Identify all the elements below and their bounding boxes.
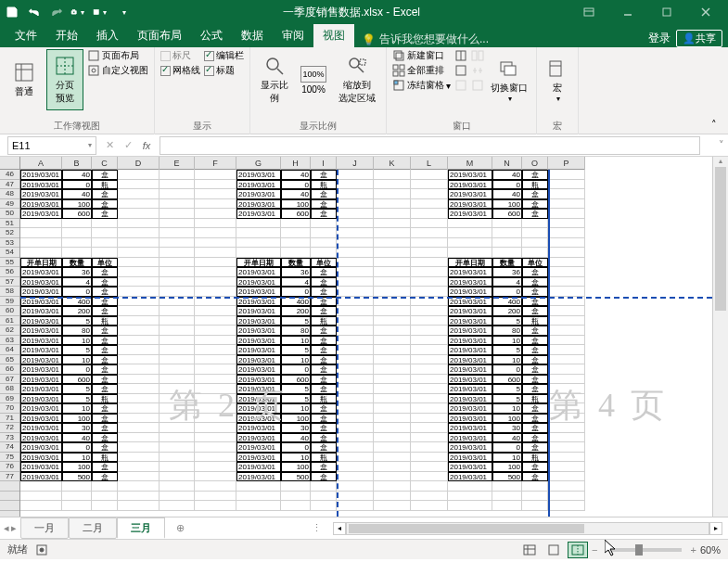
svg-point-46 (40, 548, 44, 552)
headings-checkbox[interactable]: 标题 (204, 64, 244, 77)
reset-window-button[interactable] (471, 79, 484, 92)
tab-view[interactable]: 视图 (313, 24, 354, 47)
sync-scroll-button[interactable] (471, 64, 484, 77)
svg-rect-29 (400, 65, 404, 70)
ruler-checkbox[interactable]: 标尺 (160, 49, 200, 62)
cancel-formula-icon[interactable]: ✕ (100, 136, 119, 155)
select-all-corner[interactable] (0, 157, 20, 170)
svg-point-1 (73, 11, 75, 13)
bulb-icon: 💡 (362, 33, 376, 46)
formula-input[interactable] (160, 136, 700, 155)
login-link[interactable]: 登录 (648, 31, 671, 46)
unhide-button[interactable] (454, 79, 467, 92)
page-layout-button[interactable]: 页面布局 (87, 49, 148, 62)
close-icon[interactable] (687, 0, 724, 24)
page-break-preview-button[interactable]: 分页 预览 (46, 49, 83, 110)
arrange-all-button[interactable]: 全部重排 (392, 64, 451, 77)
zoom-in-icon[interactable]: + (691, 544, 696, 556)
group-macros: 宏▾ 宏 (537, 47, 579, 134)
zoom-level[interactable]: 60% (700, 544, 721, 556)
svg-rect-50 (549, 545, 558, 555)
expand-formula-bar-icon[interactable]: ˅ (719, 139, 724, 151)
status-bar: 就绪 − + 60% (0, 539, 728, 559)
tab-home[interactable]: 开始 (46, 24, 87, 47)
zoom-to-selection-button[interactable]: 缩放到 选定区域 (334, 49, 380, 110)
svg-rect-31 (400, 71, 404, 76)
zoom-out-icon[interactable]: − (592, 544, 597, 556)
cells-grid[interactable]: 2019/03/0140盒2019/03/0140盒2019/03/0140盒2… (20, 170, 712, 517)
split-button[interactable] (454, 49, 467, 62)
enter-formula-icon[interactable]: ✓ (119, 136, 137, 155)
switch-windows-button[interactable]: 切换窗口▾ (488, 49, 530, 110)
tab-formulas[interactable]: 公式 (191, 24, 232, 47)
page-break-status-icon[interactable] (568, 542, 588, 558)
svg-rect-25 (360, 59, 365, 65)
normal-view-status-icon[interactable] (519, 542, 540, 558)
svg-rect-40 (473, 81, 482, 90)
gridlines-checkbox[interactable]: 网格线 (160, 64, 200, 77)
hide-button[interactable] (454, 64, 467, 77)
zoom-button[interactable]: 显示比例 (256, 49, 293, 110)
new-window-button[interactable]: 新建窗口 (392, 49, 451, 62)
camera-icon[interactable]: ▾ (70, 4, 87, 20)
tab-file[interactable]: 文件 (6, 24, 46, 47)
minimize-icon[interactable] (609, 0, 646, 24)
row-headers[interactable]: 4647484950515253545556575859606162636465… (0, 170, 20, 517)
tab-data[interactable]: 数据 (232, 24, 273, 47)
redo-icon[interactable] (48, 4, 65, 20)
horizontal-scrollbar[interactable]: ◂▸ (333, 521, 722, 536)
zoom-100-button[interactable]: 100%100% (297, 49, 330, 110)
svg-rect-26 (394, 51, 402, 58)
save-icon[interactable] (4, 4, 20, 20)
border-icon[interactable]: ▾ (93, 4, 109, 20)
maximize-icon[interactable] (648, 0, 685, 24)
svg-point-23 (350, 58, 359, 68)
sheet-tab-feb[interactable]: 二月 (69, 517, 117, 539)
fx-icon[interactable]: fx (137, 136, 156, 155)
sheet-tab-mar[interactable]: 三月 (117, 517, 165, 539)
svg-rect-19 (89, 66, 98, 75)
qat-customize-icon[interactable]: ▾ (116, 4, 133, 20)
macros-button[interactable]: 宏▾ (543, 49, 572, 110)
tab-insert[interactable]: 插入 (87, 24, 128, 47)
svg-rect-33 (394, 81, 398, 84)
vertical-scrollbar[interactable]: ▴ (712, 157, 728, 517)
sheet-nav-prev-icon[interactable]: ◂ (4, 522, 9, 534)
tab-review[interactable]: 审阅 (273, 24, 313, 47)
page-layout-status-icon[interactable] (543, 542, 564, 558)
status-ready: 就绪 (7, 543, 28, 556)
group-label-zoom: 显示比例 (300, 120, 337, 134)
zoom-slider[interactable] (607, 548, 682, 552)
svg-rect-27 (396, 53, 403, 60)
name-box[interactable]: E11▾ (7, 136, 96, 155)
group-label-macros: 宏 (553, 120, 562, 134)
ribbon-options-icon[interactable] (570, 0, 607, 24)
window-title: 一季度销售数据.xlsx - Excel (133, 5, 570, 20)
view-side-by-side-button[interactable] (471, 49, 484, 62)
record-macro-icon[interactable] (35, 543, 48, 556)
ribbon-tabs: 文件 开始 插入 页面布局 公式 数据 审阅 视图 💡告诉我您想要做什么... … (0, 24, 728, 47)
new-sheet-button[interactable]: ⊕ (171, 519, 189, 538)
group-zoom: 显示比例 100%100% 缩放到 选定区域 显示比例 (250, 47, 387, 134)
formula-bar-checkbox[interactable]: 编辑栏 (204, 49, 244, 62)
tab-page-layout[interactable]: 页面布局 (128, 24, 191, 47)
svg-rect-18 (89, 51, 98, 60)
group-label-show: 显示 (193, 120, 211, 134)
share-button[interactable]: 👤共享 (676, 30, 722, 47)
sheet-nav-next-icon[interactable]: ▸ (11, 522, 17, 534)
svg-rect-38 (472, 51, 477, 60)
custom-views-button[interactable]: 自定义视图 (87, 64, 148, 77)
svg-rect-47 (524, 545, 535, 555)
svg-point-21 (267, 58, 278, 70)
column-headers[interactable]: ABCDEFGHIJKLMNOP (20, 157, 585, 170)
sheet-tab-jan[interactable]: 一月 (20, 517, 69, 539)
freeze-panes-button[interactable]: 冻结窗格 ▾ (392, 79, 451, 92)
svg-rect-28 (393, 65, 398, 70)
undo-icon[interactable] (26, 4, 43, 20)
collapse-ribbon-icon[interactable]: ˄ (711, 119, 724, 132)
formula-bar: E11▾ ✕ ✓ fx ˅ (0, 134, 728, 157)
tell-me[interactable]: 💡告诉我您想要做什么... (354, 32, 496, 47)
normal-view-button[interactable]: 普通 (6, 49, 43, 110)
titlebar: ▾ ▾ ▾ 一季度销售数据.xlsx - Excel (0, 0, 728, 24)
svg-rect-36 (456, 66, 466, 75)
